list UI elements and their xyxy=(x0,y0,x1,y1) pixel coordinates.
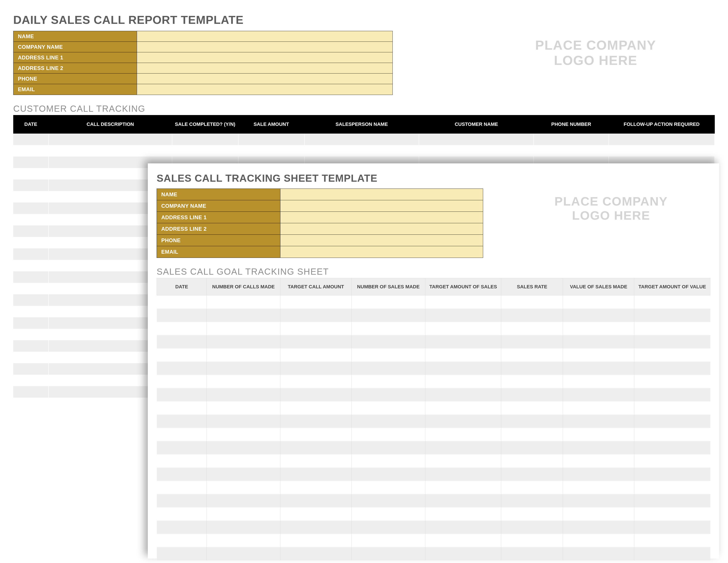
cell[interactable] xyxy=(501,401,563,415)
cell[interactable] xyxy=(534,145,609,156)
cell[interactable] xyxy=(157,309,207,322)
cell[interactable] xyxy=(425,296,501,309)
cell[interactable] xyxy=(534,133,609,145)
cell[interactable] xyxy=(157,521,207,534)
cell[interactable] xyxy=(157,362,207,375)
cell[interactable] xyxy=(563,388,634,401)
cell[interactable] xyxy=(280,507,351,521)
cell[interactable] xyxy=(280,547,351,560)
cell[interactable] xyxy=(13,294,49,306)
cell[interactable] xyxy=(157,494,207,507)
cell[interactable] xyxy=(13,191,49,202)
cell[interactable] xyxy=(157,401,207,415)
cell[interactable] xyxy=(207,534,280,547)
cell[interactable] xyxy=(563,494,634,507)
cell[interactable] xyxy=(351,468,425,481)
cell[interactable] xyxy=(563,521,634,534)
cell[interactable] xyxy=(280,494,351,507)
info-input-company[interactable] xyxy=(280,200,483,211)
info-input-phone[interactable] xyxy=(137,73,392,84)
cell[interactable] xyxy=(157,534,207,547)
cell[interactable] xyxy=(49,133,172,145)
cell[interactable] xyxy=(13,168,49,179)
cell[interactable] xyxy=(425,468,501,481)
cell[interactable] xyxy=(280,296,351,309)
info-input-address2[interactable] xyxy=(137,63,392,73)
cell[interactable] xyxy=(157,349,207,362)
cell[interactable] xyxy=(351,362,425,375)
cell[interactable] xyxy=(351,415,425,428)
cell[interactable] xyxy=(563,468,634,481)
cell[interactable] xyxy=(351,335,425,349)
cell[interactable] xyxy=(351,481,425,494)
cell[interactable] xyxy=(172,133,238,145)
cell[interactable] xyxy=(501,428,563,441)
cell[interactable] xyxy=(351,494,425,507)
cell[interactable] xyxy=(13,145,49,156)
cell[interactable] xyxy=(207,428,280,441)
info-input-address1[interactable] xyxy=(137,52,392,63)
cell[interactable] xyxy=(13,248,49,260)
cell[interactable] xyxy=(501,322,563,335)
cell[interactable] xyxy=(425,309,501,322)
cell[interactable] xyxy=(13,156,49,168)
cell[interactable] xyxy=(634,349,710,362)
cell[interactable] xyxy=(157,507,207,521)
cell[interactable] xyxy=(13,133,49,145)
cell[interactable] xyxy=(501,296,563,309)
cell[interactable] xyxy=(501,534,563,547)
cell[interactable] xyxy=(634,468,710,481)
cell[interactable] xyxy=(157,454,207,468)
cell[interactable] xyxy=(425,428,501,441)
cell[interactable] xyxy=(634,401,710,415)
info-input-name[interactable] xyxy=(137,31,392,41)
cell[interactable] xyxy=(501,507,563,521)
cell[interactable] xyxy=(563,547,634,560)
cell[interactable] xyxy=(563,507,634,521)
cell[interactable] xyxy=(157,441,207,454)
cell[interactable] xyxy=(13,386,49,398)
cell[interactable] xyxy=(351,296,425,309)
cell[interactable] xyxy=(13,202,49,214)
cell[interactable] xyxy=(501,481,563,494)
cell[interactable] xyxy=(207,454,280,468)
cell[interactable] xyxy=(13,329,49,340)
cell[interactable] xyxy=(207,507,280,521)
cell[interactable] xyxy=(563,322,634,335)
cell[interactable] xyxy=(563,481,634,494)
cell[interactable] xyxy=(157,388,207,401)
cell[interactable] xyxy=(563,441,634,454)
cell[interactable] xyxy=(157,415,207,428)
cell[interactable] xyxy=(13,283,49,294)
cell[interactable] xyxy=(425,335,501,349)
cell[interactable] xyxy=(501,547,563,560)
info-input-address1[interactable] xyxy=(280,212,483,223)
cell[interactable] xyxy=(13,214,49,225)
cell[interactable] xyxy=(425,521,501,534)
cell[interactable] xyxy=(351,375,425,388)
cell[interactable] xyxy=(207,441,280,454)
cell[interactable] xyxy=(563,534,634,547)
cell[interactable] xyxy=(501,335,563,349)
cell[interactable] xyxy=(207,375,280,388)
cell[interactable] xyxy=(634,428,710,441)
cell[interactable] xyxy=(419,133,534,145)
cell[interactable] xyxy=(634,521,710,534)
cell[interactable] xyxy=(501,441,563,454)
cell[interactable] xyxy=(351,349,425,362)
cell[interactable] xyxy=(157,547,207,560)
cell[interactable] xyxy=(207,349,280,362)
cell[interactable] xyxy=(207,547,280,560)
cell[interactable] xyxy=(634,441,710,454)
cell[interactable] xyxy=(157,296,207,309)
cell[interactable] xyxy=(501,454,563,468)
cell[interactable] xyxy=(280,375,351,388)
info-input-name[interactable] xyxy=(280,189,483,200)
cell[interactable] xyxy=(157,481,207,494)
cell[interactable] xyxy=(563,375,634,388)
cell[interactable] xyxy=(207,521,280,534)
cell[interactable] xyxy=(634,547,710,560)
cell[interactable] xyxy=(351,401,425,415)
cell[interactable] xyxy=(157,468,207,481)
cell[interactable] xyxy=(351,388,425,401)
